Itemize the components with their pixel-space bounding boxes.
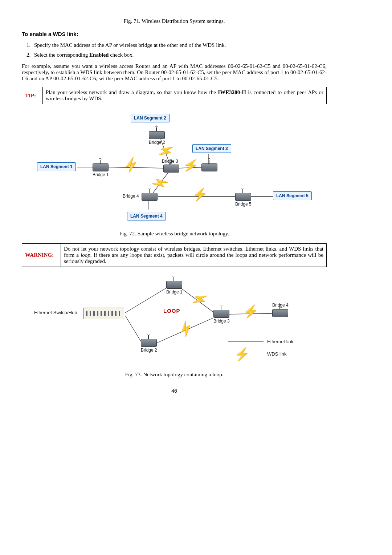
section-heading: To enable a WDS link: xyxy=(22,31,327,37)
svg-line-13 xyxy=(125,316,142,343)
bridge-1-label: Bridge 1 xyxy=(93,172,109,177)
lan-segment-2: LAN Segment 2 xyxy=(131,114,170,122)
warning-ital: loop xyxy=(81,252,90,258)
hub-icon xyxy=(83,308,124,319)
lightning-icon: ⚡ xyxy=(234,347,250,361)
figure-caption-72: Fig. 72. Sample wireless bridge network … xyxy=(22,231,327,237)
warning-text: Do not let your network topology consist… xyxy=(61,244,327,267)
seg3-bridge-icon xyxy=(201,163,217,171)
figure-caption-73: Fig. 73. Network topology containing a l… xyxy=(22,372,327,378)
bridge-3-label-d2: Bridge 3 xyxy=(213,319,230,324)
step-2-bold: Enabled xyxy=(89,52,109,58)
bridge-2-label-d2: Bridge 2 xyxy=(141,348,157,353)
lan-segment-3: LAN Segment 3 xyxy=(192,144,231,153)
bridge-3-icon-d2 xyxy=(213,310,229,317)
lightning-icon: ⚡ xyxy=(192,187,208,202)
warning-box: WARNING: Do not let your network topolog… xyxy=(22,243,327,267)
tip-pre: Plan your wireless network and draw a di… xyxy=(46,89,218,95)
step-2-pre: Select the corresponding xyxy=(34,52,89,58)
tip-label: TIP: xyxy=(22,87,43,104)
bridge-3-label: Bridge 3 xyxy=(162,159,178,164)
bridge-3-icon xyxy=(163,165,179,172)
bridge-2-icon xyxy=(149,131,164,138)
warning-post: . If there are any loops that exist, pac… xyxy=(64,252,323,264)
bridge-2-icon-d2 xyxy=(141,339,156,346)
lan-segment-5: LAN Segment 5 xyxy=(273,191,312,200)
example-paragraph: For example, assume you want a wireless … xyxy=(22,63,327,82)
step-1: Specify the MAC address of the AP or wir… xyxy=(32,42,327,48)
tip-bold: IWE3200-H xyxy=(218,89,246,95)
loop-label: LOOP xyxy=(163,308,180,314)
warning-label: WARNING: xyxy=(22,244,61,267)
svg-line-10 xyxy=(125,288,166,313)
bridge-1-label-d2: Bridge 1 xyxy=(166,289,183,295)
wds-link-label: WDS link xyxy=(267,351,286,357)
bridge-4-label: Bridge 4 xyxy=(123,194,139,199)
bridge-5-icon xyxy=(235,193,250,200)
tip-box: TIP: Plan your wireless network and draw… xyxy=(22,87,327,104)
loop-diagram: Ethernet Switch/Hub Bridge 1 Bridge 3 Br… xyxy=(33,274,316,368)
step-2: Select the corresponding Enabled check b… xyxy=(32,52,327,58)
step-2-post: check box. xyxy=(109,52,134,58)
lan-segment-4: LAN Segment 4 xyxy=(127,212,166,220)
bridge-4-label-d2: Bridge 4 xyxy=(272,303,289,308)
bridge-4-icon-d2 xyxy=(272,309,287,316)
hub-label: Ethernet Switch/Hub xyxy=(34,310,77,315)
figure-caption-71: Fig. 71. Wireless Distribution System se… xyxy=(22,18,327,24)
ethernet-link-label: Ethernet link xyxy=(267,339,293,344)
topology-diagram: LAN Segment 2 Bridge 2 LAN Segment 3 LAN… xyxy=(36,111,312,227)
bridge-1-icon xyxy=(93,163,108,171)
steps-list: Specify the MAC address of the AP or wir… xyxy=(22,42,327,58)
tip-text: Plan your wireless network and draw a di… xyxy=(43,87,327,104)
lan-segment-1: LAN Segment 1 xyxy=(37,162,76,171)
bridge-4-icon xyxy=(142,193,157,200)
page-number: 46 xyxy=(22,388,327,394)
bridge-1-icon-d2 xyxy=(166,281,181,288)
bridge-5-label: Bridge 5 xyxy=(235,202,252,207)
lightning-icon: ⚡ xyxy=(182,157,200,174)
lightning-icon: ⚡ xyxy=(243,304,258,319)
